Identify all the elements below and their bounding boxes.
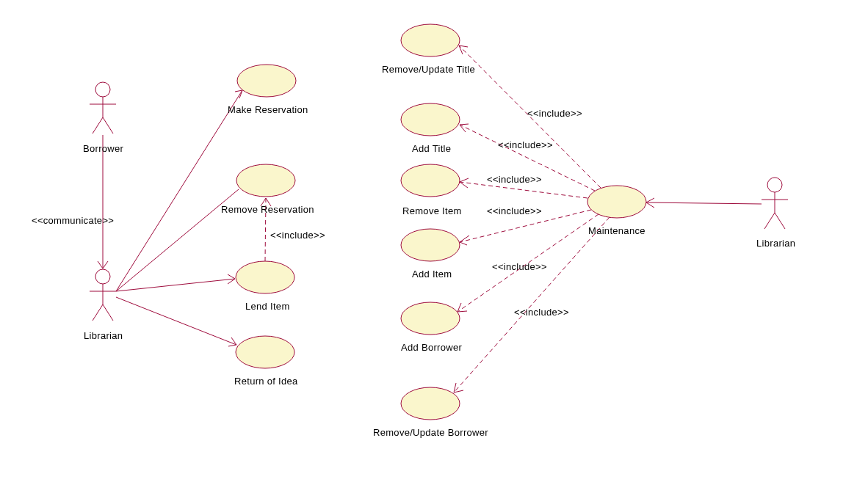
svg-line-13 (764, 213, 775, 229)
uc-label: Return of Idea (234, 376, 298, 387)
use-case-add-item (401, 229, 460, 261)
use-case-return-of-idea (236, 336, 294, 368)
uc-label: Remove/Update Borrower (373, 427, 488, 438)
actor-label: Librarian (84, 330, 123, 341)
stereotype-include: <<include>> (487, 174, 542, 185)
stereotype-include: <<include>> (514, 307, 569, 318)
use-case-remove-reservation (236, 164, 295, 197)
svg-line-3 (93, 117, 103, 134)
actor-librarian-left (90, 269, 116, 321)
use-case-make-reservation (237, 65, 296, 97)
stereotype-include: <<include>> (498, 139, 553, 150)
uc-label: Remove Reservation (221, 204, 314, 215)
stereotype-include: <<include>> (270, 230, 325, 241)
assoc-librarian-return-of-idea (116, 297, 236, 345)
use-case-remove-item (401, 164, 460, 197)
actor-borrower (90, 82, 116, 134)
assoc-librarian-lend-item (116, 279, 235, 291)
assoc-librarian-remove-reservation (116, 189, 239, 291)
actor-label: Borrower (83, 143, 123, 154)
use-case-maintenance (587, 186, 646, 218)
stereotype-communicate: <<communicate>> (32, 215, 114, 226)
use-case-remove-update-title (401, 24, 460, 56)
use-case-remove-update-borrower (401, 387, 460, 420)
uc-label: Remove/Update Title (382, 64, 475, 75)
stereotype-include: <<include>> (487, 205, 542, 216)
svg-line-8 (93, 304, 103, 321)
svg-line-9 (103, 304, 113, 321)
dep-maint-remove-update-borrower (454, 217, 610, 392)
svg-line-14 (775, 213, 785, 229)
assoc-librarian-make-reservation (116, 90, 242, 291)
uc-label: Maintenance (588, 225, 645, 236)
use-case-lend-item (236, 261, 294, 293)
uc-label: Remove Item (402, 205, 462, 216)
use-case-add-title (401, 103, 460, 136)
svg-point-5 (95, 269, 110, 284)
actor-label: Librarian (756, 238, 795, 249)
uc-label: Add Borrower (401, 342, 462, 353)
uc-label: Lend Item (245, 301, 290, 312)
use-case-add-borrower (401, 302, 460, 335)
uc-label: Make Reservation (228, 104, 308, 115)
svg-point-0 (95, 82, 110, 97)
svg-line-4 (103, 117, 113, 134)
uc-label: Add Title (412, 143, 451, 154)
stereotype-include: <<include>> (492, 261, 547, 272)
svg-point-10 (767, 178, 782, 192)
stereotype-include: <<include>> (527, 108, 582, 119)
actor-librarian-right (762, 178, 788, 229)
uc-label: Add Item (412, 269, 452, 280)
assoc-librarian-right-maintenance (646, 202, 762, 204)
